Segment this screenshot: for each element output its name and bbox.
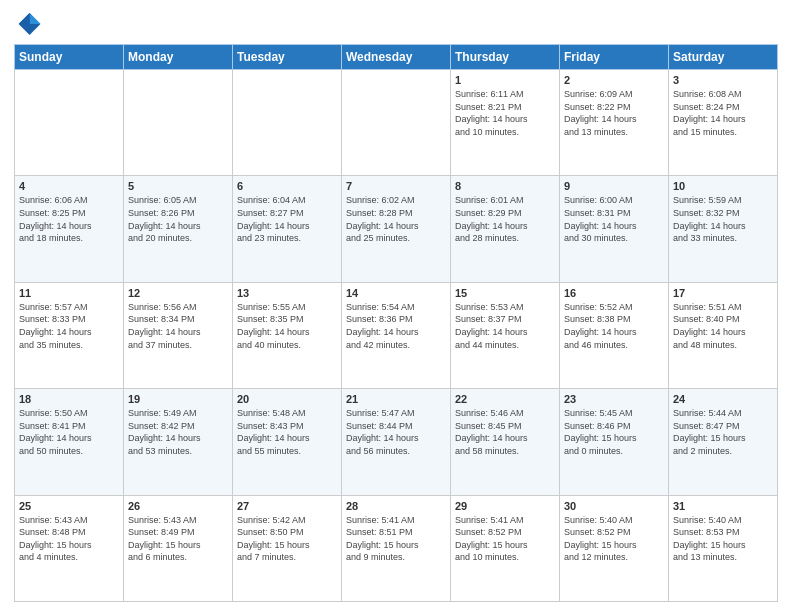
day-content: Sunrise: 6:05 AM Sunset: 8:26 PM Dayligh… (128, 194, 228, 244)
day-content: Sunrise: 5:53 AM Sunset: 8:37 PM Dayligh… (455, 301, 555, 351)
day-content: Sunrise: 5:47 AM Sunset: 8:44 PM Dayligh… (346, 407, 446, 457)
day-cell-17: 17Sunrise: 5:51 AM Sunset: 8:40 PM Dayli… (669, 282, 778, 388)
day-cell-2: 2Sunrise: 6:09 AM Sunset: 8:22 PM Daylig… (560, 70, 669, 176)
day-cell-21: 21Sunrise: 5:47 AM Sunset: 8:44 PM Dayli… (342, 389, 451, 495)
day-content: Sunrise: 5:49 AM Sunset: 8:42 PM Dayligh… (128, 407, 228, 457)
day-cell-30: 30Sunrise: 5:40 AM Sunset: 8:52 PM Dayli… (560, 495, 669, 601)
day-number: 11 (19, 287, 119, 299)
day-content: Sunrise: 5:42 AM Sunset: 8:50 PM Dayligh… (237, 514, 337, 564)
day-number: 20 (237, 393, 337, 405)
weekday-header-monday: Monday (124, 45, 233, 70)
week-row-5: 25Sunrise: 5:43 AM Sunset: 8:48 PM Dayli… (15, 495, 778, 601)
day-cell-31: 31Sunrise: 5:40 AM Sunset: 8:53 PM Dayli… (669, 495, 778, 601)
day-number: 16 (564, 287, 664, 299)
week-row-1: 1Sunrise: 6:11 AM Sunset: 8:21 PM Daylig… (15, 70, 778, 176)
day-content: Sunrise: 6:06 AM Sunset: 8:25 PM Dayligh… (19, 194, 119, 244)
day-number: 4 (19, 180, 119, 192)
day-number: 1 (455, 74, 555, 86)
day-number: 5 (128, 180, 228, 192)
day-cell-29: 29Sunrise: 5:41 AM Sunset: 8:52 PM Dayli… (451, 495, 560, 601)
day-cell-11: 11Sunrise: 5:57 AM Sunset: 8:33 PM Dayli… (15, 282, 124, 388)
empty-cell (124, 70, 233, 176)
day-number: 25 (19, 500, 119, 512)
day-cell-22: 22Sunrise: 5:46 AM Sunset: 8:45 PM Dayli… (451, 389, 560, 495)
logo-icon (14, 10, 42, 38)
day-number: 17 (673, 287, 773, 299)
day-content: Sunrise: 6:08 AM Sunset: 8:24 PM Dayligh… (673, 88, 773, 138)
week-row-4: 18Sunrise: 5:50 AM Sunset: 8:41 PM Dayli… (15, 389, 778, 495)
week-row-3: 11Sunrise: 5:57 AM Sunset: 8:33 PM Dayli… (15, 282, 778, 388)
day-content: Sunrise: 6:11 AM Sunset: 8:21 PM Dayligh… (455, 88, 555, 138)
day-cell-9: 9Sunrise: 6:00 AM Sunset: 8:31 PM Daylig… (560, 176, 669, 282)
day-cell-10: 10Sunrise: 5:59 AM Sunset: 8:32 PM Dayli… (669, 176, 778, 282)
day-cell-7: 7Sunrise: 6:02 AM Sunset: 8:28 PM Daylig… (342, 176, 451, 282)
day-cell-25: 25Sunrise: 5:43 AM Sunset: 8:48 PM Dayli… (15, 495, 124, 601)
svg-marker-1 (30, 13, 41, 24)
day-content: Sunrise: 5:41 AM Sunset: 8:51 PM Dayligh… (346, 514, 446, 564)
day-content: Sunrise: 6:09 AM Sunset: 8:22 PM Dayligh… (564, 88, 664, 138)
day-number: 3 (673, 74, 773, 86)
day-number: 31 (673, 500, 773, 512)
weekday-header-thursday: Thursday (451, 45, 560, 70)
day-cell-19: 19Sunrise: 5:49 AM Sunset: 8:42 PM Dayli… (124, 389, 233, 495)
day-number: 12 (128, 287, 228, 299)
day-cell-26: 26Sunrise: 5:43 AM Sunset: 8:49 PM Dayli… (124, 495, 233, 601)
svg-marker-2 (19, 13, 30, 24)
day-content: Sunrise: 5:56 AM Sunset: 8:34 PM Dayligh… (128, 301, 228, 351)
day-cell-15: 15Sunrise: 5:53 AM Sunset: 8:37 PM Dayli… (451, 282, 560, 388)
day-content: Sunrise: 5:57 AM Sunset: 8:33 PM Dayligh… (19, 301, 119, 351)
day-content: Sunrise: 5:41 AM Sunset: 8:52 PM Dayligh… (455, 514, 555, 564)
day-number: 23 (564, 393, 664, 405)
day-content: Sunrise: 5:44 AM Sunset: 8:47 PM Dayligh… (673, 407, 773, 457)
empty-cell (342, 70, 451, 176)
day-number: 14 (346, 287, 446, 299)
day-number: 2 (564, 74, 664, 86)
day-number: 8 (455, 180, 555, 192)
weekday-header-saturday: Saturday (669, 45, 778, 70)
day-cell-8: 8Sunrise: 6:01 AM Sunset: 8:29 PM Daylig… (451, 176, 560, 282)
weekday-header-tuesday: Tuesday (233, 45, 342, 70)
day-content: Sunrise: 5:43 AM Sunset: 8:48 PM Dayligh… (19, 514, 119, 564)
day-cell-18: 18Sunrise: 5:50 AM Sunset: 8:41 PM Dayli… (15, 389, 124, 495)
header (14, 10, 778, 38)
day-cell-3: 3Sunrise: 6:08 AM Sunset: 8:24 PM Daylig… (669, 70, 778, 176)
day-content: Sunrise: 5:52 AM Sunset: 8:38 PM Dayligh… (564, 301, 664, 351)
day-number: 30 (564, 500, 664, 512)
day-cell-14: 14Sunrise: 5:54 AM Sunset: 8:36 PM Dayli… (342, 282, 451, 388)
day-cell-20: 20Sunrise: 5:48 AM Sunset: 8:43 PM Dayli… (233, 389, 342, 495)
day-content: Sunrise: 6:04 AM Sunset: 8:27 PM Dayligh… (237, 194, 337, 244)
day-number: 27 (237, 500, 337, 512)
day-number: 29 (455, 500, 555, 512)
day-cell-6: 6Sunrise: 6:04 AM Sunset: 8:27 PM Daylig… (233, 176, 342, 282)
weekday-header-friday: Friday (560, 45, 669, 70)
empty-cell (233, 70, 342, 176)
day-number: 22 (455, 393, 555, 405)
day-number: 7 (346, 180, 446, 192)
day-cell-24: 24Sunrise: 5:44 AM Sunset: 8:47 PM Dayli… (669, 389, 778, 495)
day-number: 9 (564, 180, 664, 192)
empty-cell (15, 70, 124, 176)
day-cell-1: 1Sunrise: 6:11 AM Sunset: 8:21 PM Daylig… (451, 70, 560, 176)
weekday-header-sunday: Sunday (15, 45, 124, 70)
day-content: Sunrise: 6:00 AM Sunset: 8:31 PM Dayligh… (564, 194, 664, 244)
day-content: Sunrise: 5:55 AM Sunset: 8:35 PM Dayligh… (237, 301, 337, 351)
day-content: Sunrise: 5:43 AM Sunset: 8:49 PM Dayligh… (128, 514, 228, 564)
day-content: Sunrise: 6:01 AM Sunset: 8:29 PM Dayligh… (455, 194, 555, 244)
day-cell-4: 4Sunrise: 6:06 AM Sunset: 8:25 PM Daylig… (15, 176, 124, 282)
day-number: 21 (346, 393, 446, 405)
calendar-table: SundayMondayTuesdayWednesdayThursdayFrid… (14, 44, 778, 602)
day-content: Sunrise: 5:40 AM Sunset: 8:52 PM Dayligh… (564, 514, 664, 564)
week-row-2: 4Sunrise: 6:06 AM Sunset: 8:25 PM Daylig… (15, 176, 778, 282)
day-content: Sunrise: 5:46 AM Sunset: 8:45 PM Dayligh… (455, 407, 555, 457)
day-content: Sunrise: 5:45 AM Sunset: 8:46 PM Dayligh… (564, 407, 664, 457)
day-number: 10 (673, 180, 773, 192)
day-cell-16: 16Sunrise: 5:52 AM Sunset: 8:38 PM Dayli… (560, 282, 669, 388)
day-content: Sunrise: 5:40 AM Sunset: 8:53 PM Dayligh… (673, 514, 773, 564)
weekday-header-row: SundayMondayTuesdayWednesdayThursdayFrid… (15, 45, 778, 70)
day-number: 15 (455, 287, 555, 299)
day-cell-5: 5Sunrise: 6:05 AM Sunset: 8:26 PM Daylig… (124, 176, 233, 282)
day-content: Sunrise: 5:51 AM Sunset: 8:40 PM Dayligh… (673, 301, 773, 351)
day-cell-12: 12Sunrise: 5:56 AM Sunset: 8:34 PM Dayli… (124, 282, 233, 388)
day-cell-28: 28Sunrise: 5:41 AM Sunset: 8:51 PM Dayli… (342, 495, 451, 601)
day-number: 13 (237, 287, 337, 299)
